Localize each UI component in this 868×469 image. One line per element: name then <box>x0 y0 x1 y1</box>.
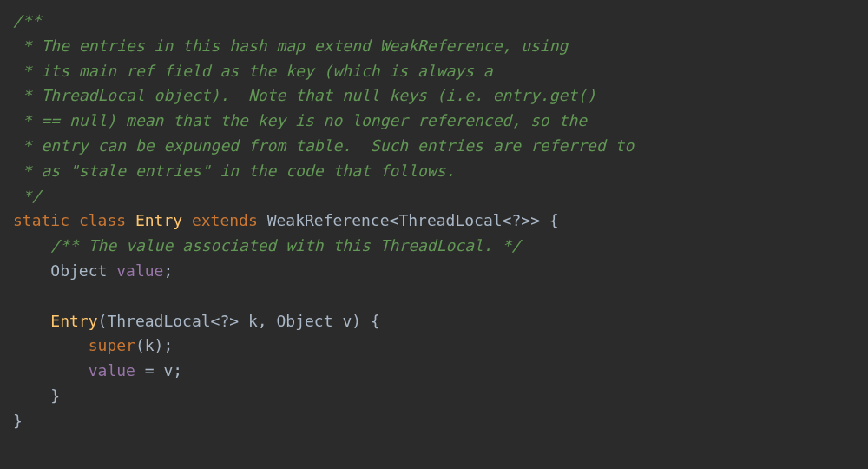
javadoc-line: * as "stale entries" in the code that fo… <box>13 162 455 180</box>
javadoc-line: * its main ref field as the key (which i… <box>13 62 493 80</box>
semicolon: ; <box>163 261 173 280</box>
field-value-ref: value <box>89 361 135 380</box>
generic-close: > <box>229 312 239 330</box>
keyword-static: static <box>13 211 69 229</box>
paren-open: ( <box>98 312 108 330</box>
javadoc-line: * ThreadLocal object). Note that null ke… <box>13 86 596 104</box>
paren-close: ) <box>352 312 361 330</box>
keyword-extends: extends <box>192 211 258 229</box>
generic-open: < <box>503 211 512 229</box>
brace-close: } <box>13 412 23 430</box>
type-weakreference: WeakReference <box>267 211 390 229</box>
constructor-entry: Entry <box>50 312 97 330</box>
semicolon: ; <box>163 336 173 354</box>
arg-v: v <box>163 361 173 380</box>
type-threadlocal: ThreadLocal <box>398 211 502 229</box>
wildcard: ? <box>511 211 521 229</box>
param-k: k <box>248 312 258 330</box>
comma: , <box>258 312 267 330</box>
javadoc-line: * entry can be expunged from table. Such… <box>13 136 634 155</box>
arg-k: k <box>145 336 155 354</box>
param-type-object: Object <box>277 312 333 330</box>
assign-operator: = <box>145 361 155 380</box>
type-object: Object <box>50 261 107 280</box>
field-value: value <box>116 261 163 280</box>
class-name-entry: Entry <box>135 211 182 229</box>
paren-close: ) <box>155 336 164 354</box>
paren-open: ( <box>135 336 145 354</box>
code-block: /** * The entries in this hash map exten… <box>13 9 855 434</box>
brace-close: } <box>50 386 60 405</box>
generic-open: < <box>211 312 220 330</box>
generic-open: < <box>390 211 399 229</box>
semicolon: ; <box>173 361 182 380</box>
keyword-super: super <box>89 336 135 354</box>
javadoc-close: */ <box>13 187 42 205</box>
brace-open: { <box>371 312 380 330</box>
keyword-class: class <box>79 211 126 229</box>
javadoc-line: * The entries in this hash map extend We… <box>13 36 568 55</box>
field-javadoc: /** The value associated with this Threa… <box>50 236 521 254</box>
wildcard: ? <box>220 312 229 330</box>
param-v: v <box>342 312 352 330</box>
generic-close: > <box>530 211 540 229</box>
javadoc-open: /** <box>13 11 42 30</box>
brace-open: { <box>549 211 559 229</box>
generic-close: > <box>521 211 530 229</box>
param-type-threadlocal: ThreadLocal <box>107 312 210 330</box>
javadoc-line: * == null) mean that the key is no longe… <box>13 111 587 129</box>
